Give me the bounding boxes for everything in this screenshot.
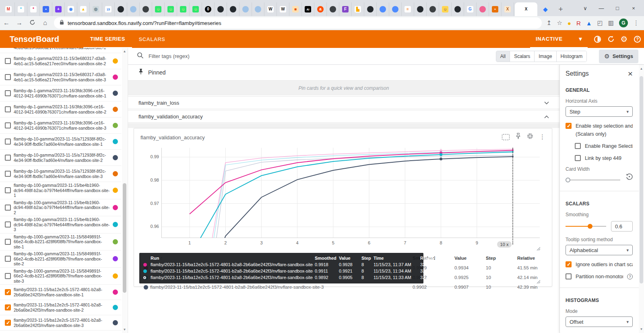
run-checkbox[interactable] bbox=[5, 320, 11, 326]
filter-histogram-button[interactable]: Histogram bbox=[556, 51, 587, 62]
pinned-tab-chart-app[interactable]: ▙ bbox=[352, 2, 364, 16]
pinned-tab-google[interactable]: G bbox=[464, 2, 477, 16]
run-checkbox[interactable] bbox=[5, 205, 11, 211]
run-checkbox[interactable] bbox=[5, 90, 11, 96]
pinned-tab-wikipedia-2[interactable]: W bbox=[277, 2, 289, 16]
pinned-tab-chat-4[interactable]: ☺ bbox=[190, 2, 202, 16]
run-checkbox[interactable] bbox=[5, 304, 11, 310]
slider-thumb[interactable] bbox=[566, 178, 570, 182]
accuracy-chart[interactable] bbox=[161, 148, 540, 238]
run-row[interactable]: flamby-dp-1000-gamma/2023-11-15/5849891f… bbox=[0, 234, 121, 251]
menu-dots-icon[interactable]: ⋮ bbox=[633, 19, 639, 27]
reset-icon[interactable] bbox=[626, 173, 633, 182]
pinned-tab-pie-app[interactable] bbox=[477, 2, 489, 16]
pinned-tab-spiral-app[interactable]: ◎ bbox=[90, 2, 102, 16]
tooltip-sort-select[interactable]: Alphabetical ▾ bbox=[566, 245, 633, 255]
brightness-icon[interactable] bbox=[591, 33, 604, 46]
pinned-tab-blue-circle-1[interactable] bbox=[377, 2, 389, 16]
card-width-slider[interactable] bbox=[566, 177, 620, 183]
run-checkbox[interactable] bbox=[5, 289, 11, 295]
run-row[interactable]: flamby-dp-1-gamma/2023-11-16/3fdc3096-ce… bbox=[0, 85, 121, 101]
settings-scrollbar[interactable]: ▲ ▼ bbox=[639, 65, 644, 333]
run-row[interactable]: flamby/2023-11-15/ba12e2c5-1572-4801-b2a… bbox=[0, 315, 121, 331]
column-value[interactable]: Value bbox=[454, 256, 486, 261]
pinned-tab-blue-app[interactable]: ▪ bbox=[40, 2, 52, 16]
pinned-tab-f-app[interactable]: F bbox=[339, 2, 352, 16]
pinned-tab-meet-1[interactable] bbox=[127, 2, 140, 16]
pinned-tab-drive[interactable]: ▲ bbox=[77, 2, 90, 16]
pinned-tab-meet-2[interactable] bbox=[239, 2, 252, 16]
active-tab[interactable]: X bbox=[515, 2, 537, 16]
minimize-button[interactable]: — bbox=[593, 5, 609, 11]
close-icon[interactable]: × bbox=[628, 69, 633, 78]
tab-diamond[interactable]: ◆ bbox=[537, 2, 553, 16]
scroll-down-icon[interactable]: ▼ bbox=[122, 327, 127, 332]
r-ext-icon[interactable]: R bbox=[576, 20, 581, 27]
pinned-tab-gmail[interactable]: M bbox=[2, 2, 15, 16]
histogram-mode-select[interactable]: Offset ▾ bbox=[566, 316, 633, 327]
run-row[interactable]: flamby/2023-11-15/ba12e2c5-1572-4801-b2a… bbox=[0, 285, 121, 300]
pinned-section-header[interactable]: Pinned bbox=[128, 65, 559, 81]
gear-icon[interactable]: ⚙ bbox=[617, 33, 631, 46]
pinned-tab-blue-circle-2[interactable] bbox=[389, 2, 402, 16]
help-icon[interactable]: ? bbox=[631, 33, 644, 46]
pinned-tab-ars[interactable]: a bbox=[314, 2, 327, 16]
run-row[interactable]: flamby-dp-1-gamma/2023-11-15/3e680317-d3… bbox=[0, 53, 121, 69]
more-options-icon[interactable]: ⋮ bbox=[539, 133, 545, 141]
pinned-tab-purple-app[interactable]: + bbox=[52, 2, 65, 16]
back-icon[interactable]: ← bbox=[0, 19, 13, 27]
bookmark-star-icon[interactable]: ☆ bbox=[557, 19, 562, 27]
run-checkbox[interactable] bbox=[5, 273, 11, 279]
run-row[interactable]: flamby-dp-100-gamma/2023-11-15/be4b1960-… bbox=[0, 216, 121, 234]
pinned-tab-globe-3[interactable] bbox=[427, 2, 439, 16]
run-checkbox[interactable] bbox=[5, 239, 11, 245]
link-by-step-checkbox[interactable]: Link by step 449 bbox=[575, 155, 633, 161]
partition-x-checkbox[interactable]: Partition non-monotonic X axis ? bbox=[566, 273, 633, 279]
run-row[interactable]: flamby-dp-100-gamma/2023-11-15/be4b1960-… bbox=[0, 182, 121, 199]
run-row[interactable]: flamby-dp-1-gamma/2023-11-16/3fdc3096-ce… bbox=[0, 118, 121, 134]
run-checkbox[interactable] bbox=[5, 221, 11, 228]
run-checkbox[interactable] bbox=[5, 106, 11, 112]
extensions-puzzle-icon[interactable]: ◰ bbox=[597, 19, 603, 27]
run-checkbox[interactable] bbox=[5, 122, 11, 128]
pinned-tab-hourglass-app[interactable]: X bbox=[502, 2, 514, 16]
pinned-tab-chat-2[interactable]: ☺ bbox=[165, 2, 177, 16]
pinned-tab-chat-3[interactable]: ☺ bbox=[177, 2, 190, 16]
url-bar[interactable]: tensorboard.sandbox.flos.navify.com/?run… bbox=[54, 17, 542, 29]
horizontal-axis-select[interactable]: Step ▾ bbox=[566, 106, 633, 117]
fit-to-domain-icon[interactable] bbox=[502, 134, 510, 140]
run-checkbox[interactable] bbox=[5, 171, 11, 177]
pinned-tab-ai-app[interactable]: AI bbox=[302, 2, 314, 16]
filter-image-button[interactable]: Image bbox=[534, 51, 556, 62]
help-icon[interactable]: ? bbox=[627, 274, 633, 279]
run-status-dropdown[interactable]: INACTIVE ▾ bbox=[530, 30, 588, 48]
run-row[interactable]: flamby-dp-1000-gamma/2023-11-15/5849891f… bbox=[0, 250, 121, 268]
smoothing-value-field[interactable]: 0.6 bbox=[611, 221, 633, 232]
ignore-outliers-checkbox[interactable]: Ignore outliers in chart scaling bbox=[566, 261, 633, 267]
resize-handle-icon[interactable] bbox=[537, 245, 541, 252]
range-selection-checkbox[interactable]: Enable Range Selection bbox=[575, 143, 633, 149]
blue-ext-icon[interactable]: ▲ bbox=[586, 20, 592, 27]
pinned-tab-github-1[interactable] bbox=[115, 2, 127, 16]
refresh-icon[interactable] bbox=[604, 33, 617, 46]
run-row[interactable]: flamby-dp-1-gamma/2023-11-15/3e680317-d3… bbox=[0, 48, 121, 53]
tab-time-series[interactable]: TIME SERIES bbox=[83, 30, 132, 48]
filter-all-button[interactable]: All bbox=[496, 51, 510, 62]
run-checkbox[interactable] bbox=[5, 256, 11, 262]
run-row[interactable]: flamby-dp-1-gamma/2023-11-16/3fdc3096-ce… bbox=[0, 101, 121, 118]
scroll-up-icon[interactable]: ▲ bbox=[639, 66, 644, 71]
tag-section-flamby_validation_accuracy[interactable]: flamby_validation_accuracy bbox=[128, 110, 559, 123]
selected-step-line[interactable] bbox=[512, 148, 513, 244]
selected-step-badge[interactable]: 10 x bbox=[497, 241, 512, 248]
run-checkbox[interactable] bbox=[5, 74, 11, 80]
step-selection-checkbox[interactable]: Enable step selection and data table bbox=[566, 123, 633, 129]
run-checkbox[interactable] bbox=[5, 139, 11, 145]
side-panel-icon[interactable]: ▥ bbox=[608, 19, 614, 27]
pinned-tab-slack-1[interactable]: * bbox=[15, 2, 27, 16]
pinned-tab-github-5[interactable] bbox=[414, 2, 427, 16]
pinned-tab-github-3[interactable] bbox=[227, 2, 239, 16]
pinned-tab-target-app[interactable]: ◉ bbox=[65, 2, 77, 16]
pinned-tab-globe-2[interactable] bbox=[327, 2, 339, 16]
tab-scalars[interactable]: SCALARS bbox=[132, 30, 172, 48]
run-checkbox[interactable] bbox=[5, 155, 11, 161]
